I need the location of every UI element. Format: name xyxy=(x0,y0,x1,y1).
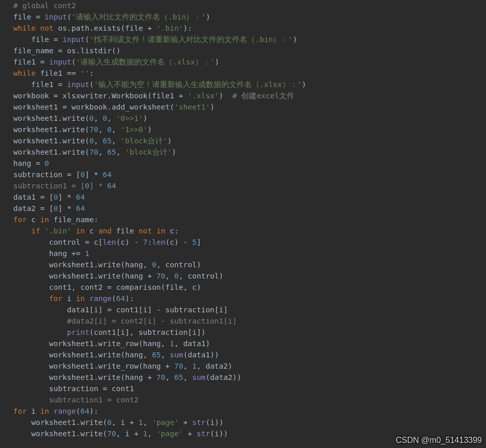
code-token: 70 xyxy=(107,430,116,438)
code-token: 64 xyxy=(107,182,116,190)
code-token: 65 xyxy=(174,373,183,381)
code-token: # 创建excel文件 xyxy=(233,92,294,100)
code-token: 1 xyxy=(143,430,147,438)
code-token: '请输入对比文件的文件名（.bin）：' xyxy=(72,13,206,21)
code-token: if xyxy=(31,227,45,235)
code-token: 0 xyxy=(107,418,112,426)
code-token: subtraction = [ xyxy=(13,170,80,179)
code-token: worksheet1.write( xyxy=(13,137,89,145)
code-token: (c) - xyxy=(165,238,192,246)
code-token: c xyxy=(89,227,98,235)
code-token: file1 == xyxy=(40,69,80,77)
code-token: worksheet1.write(hang + xyxy=(49,272,157,280)
code-token: , xyxy=(112,137,120,145)
code-token: 64 xyxy=(76,193,84,201)
code-token: 0 xyxy=(89,137,94,145)
code-token: str xyxy=(197,430,210,438)
code-token: worksheet1.write( xyxy=(31,418,107,426)
code-token: , xyxy=(94,137,102,145)
code-token: for xyxy=(13,216,31,224)
code-token: input xyxy=(49,58,72,66)
code-token: ) xyxy=(302,80,306,89)
code-token: , xyxy=(183,362,192,370)
code-token: worksheet1.write_row(hang, xyxy=(49,339,170,348)
code-token: ( xyxy=(89,80,94,89)
code-token: 64 xyxy=(80,407,89,415)
code-token: i xyxy=(31,407,40,415)
code-token: 70 xyxy=(89,148,98,156)
code-token: 7 xyxy=(143,238,147,246)
code-token: ) xyxy=(206,13,210,21)
code-token: in xyxy=(72,227,90,235)
code-token: worksheet1.write(hang, xyxy=(49,351,152,359)
code-token: len xyxy=(152,238,165,246)
code-token: ) xyxy=(219,92,233,100)
code-token: ] * xyxy=(85,170,103,179)
code-token: 0 xyxy=(174,272,179,280)
code-token: in xyxy=(40,216,53,224)
code-token: + xyxy=(183,430,197,438)
code-token: in xyxy=(40,407,53,415)
code-token: subtraction1 = cont2 xyxy=(49,396,139,404)
code-token: file1 = xyxy=(13,58,49,66)
code-token: len xyxy=(103,238,116,246)
code-token: , i + xyxy=(116,430,143,438)
code-token: for xyxy=(49,294,67,303)
code-token: '' xyxy=(80,69,89,77)
code-token: , data1) xyxy=(174,339,210,348)
code-token: sum xyxy=(192,373,205,381)
code-token: 70 xyxy=(89,125,98,134)
code-token: ): xyxy=(183,24,192,32)
code-token: ) xyxy=(147,125,152,134)
code-token: 0 xyxy=(45,159,49,167)
code-token: , xyxy=(161,351,170,359)
code-token: '.bin' xyxy=(45,227,71,235)
code-token: ) xyxy=(215,58,219,66)
code-token: 64 xyxy=(103,170,112,179)
code-token: ( xyxy=(67,13,72,21)
code-token: 0 xyxy=(54,204,58,212)
code-token: ] * xyxy=(58,204,76,212)
code-token: 0 xyxy=(107,125,112,134)
code-token: worksheet1.write(hang, xyxy=(49,261,152,269)
code-token: range xyxy=(54,407,76,415)
code-token: 'block合计' xyxy=(121,137,167,145)
code-token: # global cont2 xyxy=(13,2,76,10)
code-token: ( xyxy=(76,407,80,415)
code-token: worksheet1.write( xyxy=(13,114,89,122)
code-token: input xyxy=(45,13,67,21)
code-token: ) xyxy=(210,103,215,111)
code-token: 70 xyxy=(156,373,165,381)
watermark: CSDN @m0_51413399 xyxy=(396,436,482,445)
code-token: workbook = xlsxwriter.Workbook(file1 + xyxy=(13,92,187,100)
code-token: , xyxy=(183,373,192,381)
code-token: worksheet1.write( xyxy=(13,125,89,134)
code-token: , xyxy=(98,148,107,156)
code-token: (i)) xyxy=(210,430,228,438)
code-token: , xyxy=(112,125,120,134)
code-token: 'page' xyxy=(152,418,179,426)
code-token: hang = xyxy=(13,159,45,167)
code-token: (cont1[i], subtraction[i]) xyxy=(89,328,205,336)
code-token: for xyxy=(13,407,31,415)
code-token: , xyxy=(165,373,174,381)
code-token: '1>>0' xyxy=(121,125,147,134)
code-token: input xyxy=(67,80,90,89)
code-token: 1 xyxy=(192,362,197,370)
code-token: 5 xyxy=(192,238,197,246)
code-token: , xyxy=(147,430,156,438)
code-token: file xyxy=(116,227,139,235)
code-token: file_name: xyxy=(54,216,98,224)
code-token: 0 xyxy=(89,114,94,122)
code-token: 64 xyxy=(76,204,84,212)
code-token: 1 xyxy=(138,418,143,426)
code-token: range xyxy=(89,294,112,303)
code-token: while xyxy=(13,69,40,77)
code-token: file = xyxy=(13,13,45,21)
code-token: #data2[i] = cont2[i] - subtraction1[i] xyxy=(67,317,237,325)
code-token: worksheet1.write(hang + xyxy=(49,373,157,381)
code-token: data2 = [ xyxy=(13,204,54,212)
code-token: os.path.exists(file + xyxy=(58,24,156,32)
code-token: str xyxy=(192,418,205,426)
code-token: 0 xyxy=(80,170,85,179)
